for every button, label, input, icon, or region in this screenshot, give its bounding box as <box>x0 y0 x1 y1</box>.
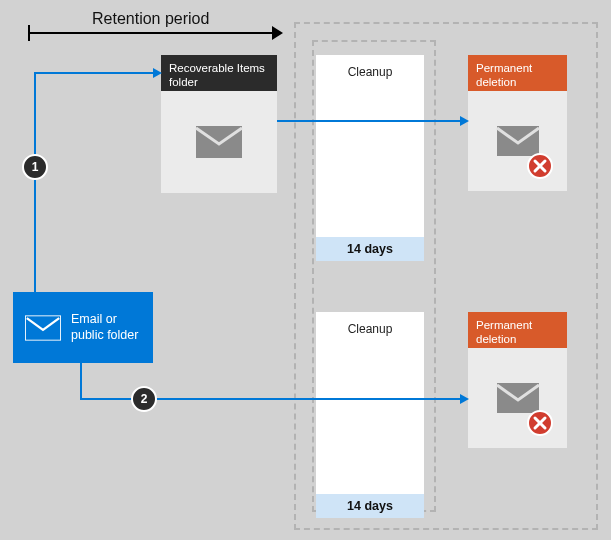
cleanup-card-top-duration: 14 days <box>316 237 424 261</box>
delete-x-icon <box>527 153 553 179</box>
step-marker-1: 1 <box>22 154 48 180</box>
permanent-deletion-bottom-body <box>468 348 567 448</box>
cleanup-card-bottom: Cleanup 14 days <box>316 312 424 518</box>
recoverable-items-body <box>161 91 277 193</box>
step-marker-2: 2 <box>131 386 157 412</box>
connector-arrowhead <box>153 68 162 78</box>
permanent-deletion-top-body <box>468 91 567 191</box>
delete-x-icon <box>527 410 553 436</box>
envelope-icon <box>195 125 243 159</box>
permanent-deletion-top: Permanent deletion <box>468 55 567 191</box>
cleanup-card-bottom-label: Cleanup <box>316 312 424 336</box>
connector-line <box>277 120 461 122</box>
source-label: Email or public folder <box>71 312 143 343</box>
permanent-deletion-bottom-label: Permanent deletion <box>468 312 567 348</box>
connector-arrowhead <box>460 116 469 126</box>
permanent-deletion-bottom: Permanent deletion <box>468 312 567 448</box>
recoverable-items-folder: Recoverable Items folder <box>161 55 277 193</box>
retention-axis-label: Retention period <box>92 10 209 28</box>
cleanup-card-top-label: Cleanup <box>316 55 424 79</box>
cleanup-card-top: Cleanup 14 days <box>316 55 424 261</box>
connector-arrowhead <box>460 394 469 404</box>
cleanup-card-top-body <box>316 79 424 237</box>
connector-line <box>80 363 82 400</box>
retention-axis-arrowhead <box>272 26 283 40</box>
email-public-folder-source: Email or public folder <box>13 292 153 363</box>
diagram-canvas: Retention period Cleanup 14 days Permane… <box>0 0 611 540</box>
cleanup-card-bottom-body <box>316 336 424 494</box>
svg-rect-4 <box>497 383 539 413</box>
retention-axis-line <box>30 32 272 34</box>
connector-line <box>34 72 154 74</box>
cleanup-card-bottom-duration: 14 days <box>316 494 424 518</box>
envelope-icon <box>25 315 61 341</box>
svg-rect-0 <box>497 126 539 156</box>
connector-line <box>34 72 36 292</box>
svg-rect-8 <box>196 126 242 158</box>
recoverable-items-label: Recoverable Items folder <box>161 55 277 91</box>
permanent-deletion-top-label: Permanent deletion <box>468 55 567 91</box>
